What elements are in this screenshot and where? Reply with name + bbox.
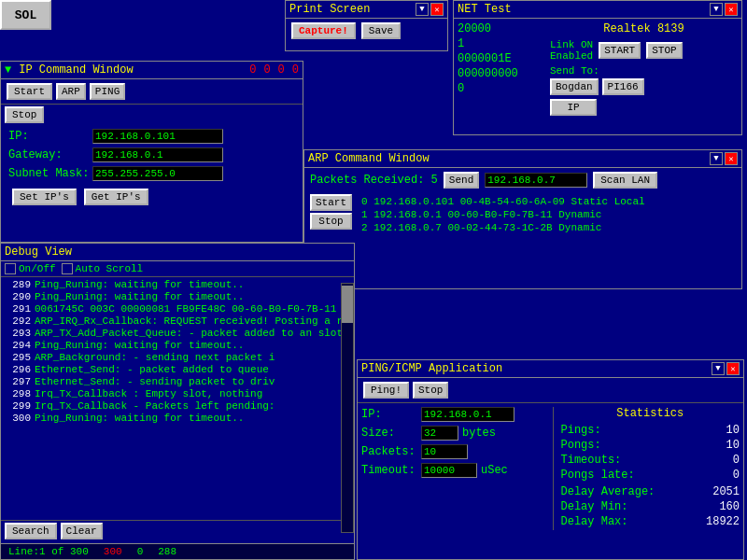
debug-scrollbar-thumb[interactable]: [342, 286, 353, 323]
ping-icmp-title: PING/ICMP Application: [361, 362, 502, 375]
ping-size-input[interactable]: [421, 426, 458, 441]
realtek-label: Realtek 8139: [550, 22, 738, 35]
log-line-3: 292ARP_IRQ_Rx_Callback: REQUEST received…: [5, 315, 350, 327]
set-ip-button[interactable]: Set IP's: [12, 189, 77, 205]
ping-icmp-title-bar: PING/ICMP Application ▼ ✕: [358, 360, 743, 378]
print-screen-title-bar: Print Screen ▼ ✕: [286, 1, 447, 19]
sol-button[interactable]: SOL: [0, 0, 51, 30]
ip-stop-button[interactable]: Stop: [5, 106, 44, 123]
send-to-label: Send To:: [550, 65, 599, 77]
on-off-checkbox[interactable]: [5, 263, 16, 274]
log-line-8: 297Ethernet_Send: - sending packet to dr…: [5, 376, 350, 387]
ping-ip-label: IP:: [361, 408, 417, 421]
net-stop-button[interactable]: STOP: [646, 42, 682, 59]
ping-right: Statistics Pings: 10 Pongs: 10 Timeouts:…: [553, 407, 740, 530]
log-line-0: 289Ping_Runing: waiting for timeout..: [5, 279, 350, 290]
bytes-label: bytes: [462, 427, 496, 440]
print-screen-minimize[interactable]: ▼: [416, 3, 429, 16]
debug-log: 289Ping_Runing: waiting for timeout.. 29…: [1, 277, 354, 520]
auto-scroll-checkbox[interactable]: [62, 263, 73, 274]
pongs-value: 10: [726, 439, 740, 452]
pings-value: 10: [726, 424, 740, 437]
net-value5: 0: [458, 82, 546, 95]
ping-ip-input[interactable]: [421, 407, 514, 422]
gateway-label: Gateway:: [8, 148, 92, 161]
arp-entry-1: 1 192.168.0.1 00-60-B0-F0-7B-11 Dynamic: [361, 209, 645, 220]
save-button[interactable]: Save: [361, 22, 401, 39]
print-screen-window: Print Screen ▼ ✕ Capture! Save: [285, 0, 448, 51]
debug-clear-button[interactable]: Clear: [61, 523, 103, 539]
on-off-checkbox-label[interactable]: On/Off: [5, 263, 56, 274]
gateway-input[interactable]: [92, 147, 223, 162]
packets-received: Packets Received: 5: [310, 174, 438, 187]
arp-minimize[interactable]: ▼: [710, 152, 723, 165]
debug-view-window: Debug View On/Off Auto Scroll 289Ping_Ru…: [0, 243, 355, 560]
pi166-button[interactable]: PI166: [602, 78, 644, 95]
debug-search-button[interactable]: Search: [5, 523, 57, 539]
net-test-minimize[interactable]: ▼: [710, 3, 723, 16]
ip-start-button[interactable]: Start: [7, 83, 52, 100]
auto-scroll-label: Auto Scroll: [76, 263, 144, 274]
log-line-1: 290Ping_Runing: waiting for timeout..: [5, 291, 350, 302]
log-line-5: 294Ping_Runing: waiting for timeout..: [5, 340, 350, 351]
counter-3: 0: [292, 63, 299, 77]
debug-scrollbar[interactable]: [341, 283, 354, 533]
net-value1: 20000: [458, 22, 546, 35]
footer-red-value: 300: [104, 546, 122, 557]
log-line-6: 295ARP_Background: - sending next packet…: [5, 352, 350, 363]
net-test-title-bar: NET Test ▼ ✕: [454, 1, 741, 19]
ip-command-window: ▼ IP Command Window 0 0 0 0 Start ARP PI…: [0, 61, 303, 243]
pongs-late-value: 0: [733, 469, 740, 482]
ping-timeout-input[interactable]: [421, 463, 477, 478]
ip-command-title-bar: ▼ IP Command Window 0 0 0 0: [1, 62, 303, 79]
print-screen-title: Print Screen: [289, 3, 370, 16]
net-test-close[interactable]: ✕: [725, 3, 738, 16]
subnet-label: Subnet Mask:: [8, 167, 92, 180]
subnet-input[interactable]: [92, 166, 223, 181]
print-screen-close[interactable]: ✕: [430, 3, 444, 16]
debug-toolbar: On/Off Auto Scroll: [1, 261, 354, 277]
ping-stop-button[interactable]: Stop: [413, 382, 448, 399]
pongs-label: Pongs:: [561, 439, 601, 452]
delay-avg-value: 2051: [712, 485, 740, 498]
delay-min-label: Delay Min:: [561, 500, 628, 513]
auto-scroll-checkbox-label[interactable]: Auto Scroll: [62, 263, 144, 274]
debug-footer: Line:1 of 300 300 0 288: [1, 543, 354, 559]
debug-view-title: Debug View: [5, 245, 72, 259]
ping-left: IP: Size: bytes Packets: Timeout: uSec: [361, 407, 549, 530]
counter-1: 0: [263, 63, 270, 77]
log-line-2: 2910061745C 003C 00000081 FB9FE48C 00-60…: [5, 303, 350, 315]
ping-packets-input[interactable]: [421, 444, 468, 459]
ip-button[interactable]: IP: [550, 99, 597, 116]
arp-ip-input[interactable]: [485, 173, 587, 188]
debug-view-title-bar: Debug View: [1, 244, 354, 261]
arp-button[interactable]: ARP: [56, 83, 86, 100]
arp-close[interactable]: ✕: [725, 152, 738, 165]
arp-command-window: ARP Command Window ▼ ✕ Packets Received:…: [303, 149, 742, 289]
net-test-title: NET Test: [458, 3, 512, 16]
ping-close[interactable]: ✕: [726, 362, 740, 375]
title-arrow-icon: ▼: [5, 63, 11, 77]
ping-body: IP: Size: bytes Packets: Timeout: uSec S…: [358, 403, 743, 534]
capture-button[interactable]: Capture!: [291, 22, 356, 39]
ping-timeout-label: Timeout:: [361, 464, 417, 477]
line-info: Line:1 of 300: [8, 546, 89, 557]
net-start-button[interactable]: START: [599, 42, 641, 59]
ping-button[interactable]: Ping!: [363, 382, 409, 399]
ping-icmp-window: PING/ICMP Application ▼ ✕ Ping! Stop IP:…: [357, 359, 744, 560]
scan-lan-button[interactable]: Scan LAN: [593, 172, 657, 189]
ip-input[interactable]: [92, 129, 223, 144]
arp-send-button[interactable]: Send: [444, 172, 479, 189]
bogdan-button[interactable]: Bogdan: [550, 78, 599, 95]
ping-minimize[interactable]: ▼: [712, 362, 725, 375]
timeouts-value: 0: [733, 454, 740, 467]
arp-start-button[interactable]: Start: [310, 194, 352, 211]
pings-label: Pings:: [561, 424, 601, 437]
log-line-4: 293ARP_TX_Add_Packet_Queue: - packet add…: [5, 328, 350, 339]
ping-button[interactable]: PING: [90, 83, 125, 100]
footer-val3: 288: [158, 546, 176, 557]
get-ip-button[interactable]: Get IP's: [84, 189, 148, 205]
arp-stop-button[interactable]: Stop: [310, 213, 352, 230]
log-line-10: 299Irq_Tx_Callback - Packets left pendin…: [5, 400, 350, 412]
net-value4: 000000000: [458, 67, 546, 80]
